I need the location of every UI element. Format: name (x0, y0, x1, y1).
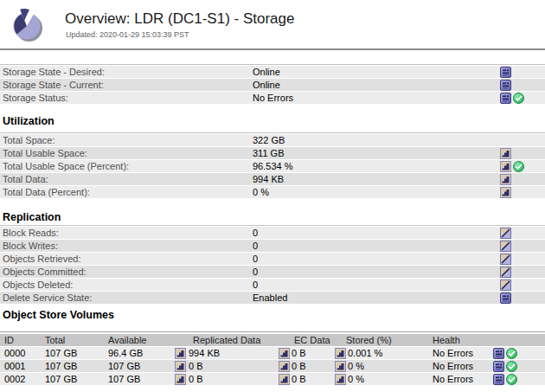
row-block-reads: Block Reads: 0 (0, 227, 545, 240)
attr-value: 96.534 % (253, 160, 292, 172)
chart-history-icon[interactable] (175, 374, 186, 385)
chart-history-icon[interactable] (335, 374, 346, 385)
attr-label: Total Space: (3, 134, 55, 146)
attr-label: Storage Status: (3, 92, 68, 104)
attr-label: Objects Committed: (3, 266, 87, 278)
attr-value: Enabled (253, 292, 287, 304)
attr-label: Storage State - Desired: (3, 66, 105, 78)
trend-delta-icon[interactable] (500, 228, 511, 239)
cell-health: No Errors (433, 347, 473, 359)
chart-history-icon[interactable] (500, 161, 511, 172)
trend-delta-icon[interactable] (500, 241, 511, 252)
col-header-stored-percent: Stored (%) (346, 334, 392, 346)
attr-value: 0 (253, 253, 258, 265)
row-storage-state-current: Storage State - Current: Online (0, 79, 545, 92)
chart-history-icon[interactable] (175, 361, 186, 372)
cell-available: 107 GB (108, 373, 140, 385)
row-block-writes: Block Writes: 0 (0, 240, 545, 253)
row-delete-service-state: Delete Service State: Enabled (0, 292, 545, 305)
table-top-rule (0, 331, 545, 332)
section-rule (0, 225, 545, 226)
chart-history-icon[interactable] (175, 348, 186, 359)
attr-icons (500, 173, 511, 186)
cell-health: No Errors (433, 360, 473, 372)
chart-history-icon[interactable] (335, 348, 346, 359)
attr-label: Total Data: (3, 173, 48, 185)
col-header-id: ID (4, 334, 14, 346)
attr-icons (500, 292, 511, 305)
attr-value: 311 GB (253, 147, 285, 159)
cell-available: 107 GB (108, 360, 140, 372)
status-ok-check-icon (506, 361, 517, 372)
row-total-data-percent: Total Data (Percent): 0 % (0, 186, 545, 199)
osv-row-0002: 0002 107 GB 107 GB 0 B 0 B 0 % No Errors (0, 373, 545, 386)
attr-icons (500, 66, 511, 79)
attr-label: Delete Service State: (3, 292, 92, 304)
attr-value: 994 KB (253, 173, 284, 185)
attr-label: Total Data (Percent): (3, 186, 90, 198)
col-header-total: Total (45, 334, 65, 346)
attr-value: 0 % (253, 186, 269, 198)
attr-icons (500, 227, 511, 240)
chart-history-icon[interactable] (500, 148, 511, 159)
attr-value: No Errors (253, 92, 293, 104)
row-storage-state-desired: Storage State - Desired: Online (0, 66, 545, 79)
trend-delta-icon[interactable] (500, 254, 511, 265)
cell-available: 96.4 GB (108, 347, 143, 359)
row-total-space: Total Space: 322 GB (0, 134, 545, 147)
attr-value: 322 GB (253, 134, 285, 146)
chart-history-icon[interactable] (279, 348, 290, 359)
attr-icons (500, 79, 511, 92)
cell-id: 0002 (4, 373, 25, 385)
row-total-usable-space: Total Usable Space: 311 GB (0, 147, 545, 160)
cell-id: 0000 (4, 347, 25, 359)
chart-history-icon[interactable] (500, 187, 511, 198)
cell-stored-percent: 0.001 % (348, 347, 382, 359)
attr-icons (500, 240, 511, 253)
trend-delta-icon[interactable] (500, 267, 511, 278)
attr-value: 0 (253, 266, 258, 278)
cell-total: 107 GB (45, 373, 77, 385)
chart-history-icon[interactable] (279, 374, 290, 385)
cell-ec-data: 0 B (292, 347, 306, 359)
state-attribute-icon[interactable] (500, 67, 511, 78)
chart-history-icon[interactable] (500, 174, 511, 185)
state-attribute-icon[interactable] (493, 374, 504, 385)
section-rule (0, 132, 545, 133)
row-objects-retrieved: Objects Retrieved: 0 (0, 253, 545, 266)
status-ok-check-icon (513, 93, 524, 104)
status-ok-check-icon (506, 374, 517, 385)
col-header-health: Health (433, 334, 460, 346)
state-attribute-icon[interactable] (500, 292, 511, 304)
utilization-heading: Utilization (3, 115, 54, 127)
attr-icons (500, 186, 511, 199)
row-objects-committed: Objects Committed: 0 (0, 266, 545, 279)
status-ok-check-icon (506, 348, 517, 359)
state-attribute-icon[interactable] (500, 93, 511, 104)
attr-icons (500, 147, 511, 160)
cell-id: 0001 (4, 360, 25, 372)
state-attribute-icon[interactable] (493, 361, 504, 372)
cell-replicated-data: 994 KB (189, 347, 220, 359)
trend-delta-icon[interactable] (500, 280, 511, 291)
cell-total: 107 GB (45, 360, 77, 372)
attr-value: 0 (253, 227, 258, 239)
cell-health: No Errors (433, 373, 473, 385)
chart-history-icon[interactable] (335, 361, 346, 372)
state-attribute-icon[interactable] (493, 348, 504, 359)
cell-stored-percent: 0 % (348, 360, 364, 372)
cell-replicated-data: 0 B (189, 373, 203, 385)
cell-stored-percent: 0 % (348, 373, 364, 385)
cell-ec-data: 0 B (292, 373, 306, 385)
chart-history-icon[interactable] (279, 361, 290, 372)
row-total-data: Total Data: 994 KB (0, 173, 545, 186)
osv-row-0000: 0000 107 GB 96.4 GB 994 KB 0 B 0.001 % N… (0, 347, 545, 360)
attr-label: Objects Deleted: (3, 279, 73, 291)
osv-table-header: ID Total Available Replicated Data EC Da… (0, 334, 545, 347)
row-total-usable-space-percent: Total Usable Space (Percent): 96.534 % (0, 160, 545, 173)
state-attribute-icon[interactable] (500, 80, 511, 91)
attr-label: Block Reads: (3, 227, 59, 239)
attr-value: 0 (253, 279, 258, 291)
updated-timestamp: Updated: 2020-01-29 15:03:39 PST (66, 30, 189, 39)
attr-icons (500, 253, 511, 266)
